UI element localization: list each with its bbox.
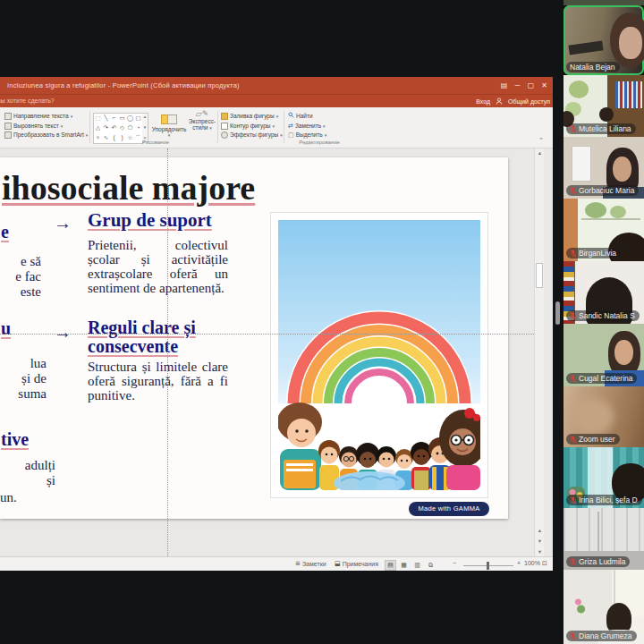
slide-picture[interactable] [271,213,487,497]
participant-video-scene [572,399,614,435]
horizontal-guide [0,334,534,335]
participant-tile[interactable]: Cugal Ecaterina [564,324,644,386]
participant-name-label: BirganLivia [566,248,621,258]
shape-icon[interactable]: ⌐ [110,114,118,123]
participant-tile[interactable]: Sandic Natalia S [564,261,644,324]
chevron-down-icon: ▾ [272,122,275,131]
made-with-gamma-badge[interactable]: Made with GAMMA [409,502,489,516]
text-direction-icon [4,113,12,120]
slide-section-body[interactable]: Prietenii, colectivul școlar și activită… [88,238,228,295]
ribbon: Направление текста▾ Выровнять текст▾ Пре… [0,107,553,148]
slide-sorter-view-button[interactable]: ▦ [398,561,410,570]
next-slide-icon[interactable]: ▼ [535,538,545,544]
slide-text-fragment[interactable]: lua și de suma [0,356,47,402]
text-direction-button[interactable]: Направление текста▾ [4,112,88,122]
shape-effects-button[interactable]: Эффекты фигуры▾ [221,131,283,140]
align-text-button[interactable]: Выровнять текст▾ [4,122,88,131]
replace-button[interactable]: ⇄Заменить▾ [288,122,326,131]
muted-mic-icon [570,496,577,504]
shape-icon[interactable]: ◔ [134,123,142,133]
reading-view-button[interactable]: ▥ [411,561,423,570]
slide-canvas[interactable]: ihosociale majore e e să e fac este u lu… [0,157,508,519]
shape-icon[interactable]: ↷ [102,123,110,133]
slide-heading-fragment[interactable]: u [1,318,11,339]
shape-icon[interactable]: ⬚ [94,114,102,123]
participant-name-label: Natalia Bejan [566,62,620,72]
shape-icon[interactable]: ╲ [102,114,110,123]
participant-video-scene [572,146,591,182]
slide-section-heading[interactable]: Grup de suport [88,209,212,232]
participant-tile[interactable]: Griza Ludmila [564,508,644,570]
normal-view-button[interactable]: ▤ [385,560,396,571]
shape-fill-icon [221,113,228,120]
participant-tile[interactable]: Diana Grumeza [564,570,644,644]
slide-text-fragment[interactable]: adulți și [0,458,55,488]
fit-slide-icon[interactable]: ⊡ [542,560,547,567]
zoom-in-button[interactable]: + [517,560,521,566]
slide-text-fragment[interactable]: un. [0,490,27,505]
shapes-gallery-scroll[interactable]: ▲▼≡ [142,113,148,142]
participant-tile[interactable]: Zoom user [564,386,644,447]
convert-smartart-button[interactable]: Преобразовать в SmartArt▾ [4,131,88,140]
slide-section-body[interactable]: Structura și limitele clare oferă sigura… [88,360,228,402]
slide-title[interactable]: ihosociale majore [2,168,255,208]
shape-icon[interactable]: ▢ [134,114,142,123]
previous-slide-icon[interactable]: ▲ [535,528,545,533]
select-button[interactable]: ▢Выделить▾ [288,131,326,140]
arrange-button[interactable]: Упорядочить ▾ [150,111,188,140]
shape-outline-icon [221,123,228,130]
participant-name-label: Cugal Ecaterina [566,373,637,384]
shape-icon[interactable]: ⬠ [126,123,134,133]
participant-tile[interactable]: Natalia Bejan [564,5,644,75]
participant-tile[interactable]: Irina Bilici, șefa D [564,447,644,508]
sidebar-resize-handle[interactable] [555,301,560,325]
scrollbar-thumb[interactable] [536,263,543,288]
participant-video-scene [614,340,633,365]
collapse-ribbon-icon[interactable]: ⌃ [538,137,544,144]
participant-name-label: Diana Grumeza [566,631,637,641]
restore-button[interactable]: ▢ [524,77,538,94]
search-icon [288,112,294,122]
shape-icon[interactable]: △ [94,123,102,133]
share-button[interactable]: Общий доступ [508,98,550,105]
vertical-scrollbar[interactable]: ▲ ▲ ▼ ▼ [534,148,544,556]
participant-tile[interactable]: BirganLivia [564,199,644,261]
shape-fill-button[interactable]: Заливка фигуры▾ [221,112,283,122]
scroll-up-icon[interactable]: ▲ [535,150,545,156]
sign-in-button[interactable]: Вход [476,98,490,105]
zoom-slider-thumb[interactable] [487,562,489,570]
close-button[interactable]: ✕ [538,77,551,94]
tellme-box[interactable]: вы хотите сделать? [0,95,55,107]
slide-workspace: ihosociale majore e e să e fac este u lu… [0,148,553,556]
participant-tile[interactable]: Mutelica Liliana [564,75,644,137]
minimize-button[interactable]: ─ [511,77,524,94]
shape-outline-button[interactable]: Контур фигуры▾ [221,122,283,131]
view-switcher: ▤ ▦ ▥ ⧉ [385,560,436,571]
comments-button[interactable]: ⬓Примечания [335,560,378,567]
muted-mic-icon [570,632,577,640]
notes-button[interactable]: ≣Заметки [295,560,326,567]
group-label-editing: Редактирование [284,140,354,145]
slide-heading-fragment[interactable]: tive [1,429,29,450]
participant-tile[interactable]: Gorbaciuc Maria [564,137,644,199]
participant-video-scene [613,157,631,182]
find-button[interactable]: Найти [288,112,326,122]
muted-mic-icon [570,375,577,383]
scroll-down-icon[interactable]: ▼ [535,549,545,555]
slide-section-heading[interactable]: Reguli clare și consecvente [88,318,234,356]
muted-mic-icon [570,250,577,258]
zoom-out-button[interactable]: − [453,560,456,566]
participants-sidebar: Natalia Bejan Mutelica Liliana Gorbaciuc… [564,0,644,644]
slide-text-fragment[interactable]: e să e fac este [0,254,41,300]
shape-icon[interactable]: ◇ [118,123,126,133]
zoom-level[interactable]: 100% [524,560,540,566]
participant-name-label: Sandic Natalia S [566,310,640,321]
quick-styles-button[interactable]: ▱✎ Экспресс- стили ▾ [188,111,216,132]
slideshow-button[interactable]: ⧉ [425,561,436,570]
shape-icon[interactable]: ▭ [118,114,126,123]
shape-effects-icon [221,131,228,139]
ribbon-display-options-icon[interactable]: ▤ [497,77,511,94]
shape-icon[interactable]: ◯ [126,114,134,123]
shape-icon[interactable]: ↶ [110,123,118,133]
slide-heading-fragment[interactable]: e [1,222,9,242]
